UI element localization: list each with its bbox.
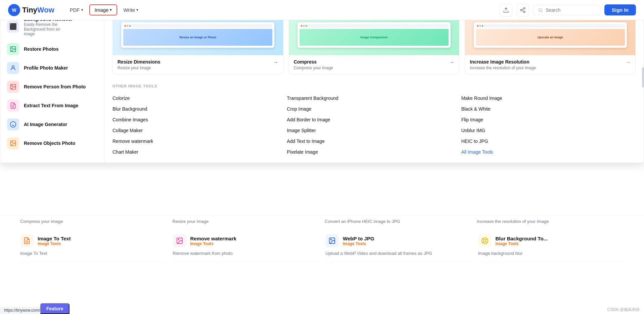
other-tools-col3: Make Round Image Black & White Flip Imag… [461, 93, 636, 157]
tool-unblur-img[interactable]: Unblur IMG [461, 125, 636, 136]
compress-arrow: → [449, 59, 454, 65]
chevron-down-icon: ▾ [81, 8, 83, 12]
mid-tool-resize: Resize your image [173, 219, 320, 224]
scrollbar[interactable] [642, 67, 644, 87]
image-to-text-icon [20, 234, 34, 247]
restore-photos-icon [7, 43, 19, 55]
csdn-watermark: CSDN @顿风和炸 [607, 307, 640, 313]
tool-image-splitter[interactable]: Image Splitter [287, 125, 461, 136]
remove-person-icon [7, 81, 19, 93]
header: W TinyWow PDF ▾ Image ▾ Write ▾ [0, 0, 644, 20]
svg-line-32 [482, 242, 484, 243]
tool-transparent-bg[interactable]: Transparent Background [287, 93, 461, 104]
bottom-card-blur-background[interactable]: Blur Background To... Image Tools Image … [478, 234, 624, 262]
sign-in-button[interactable]: Sign In [604, 4, 636, 15]
resize-card-img: Resize an Image or Photo [113, 15, 283, 55]
svg-line-29 [486, 242, 487, 243]
tool-pixelate[interactable]: Pixelate Image [287, 147, 461, 157]
remove-objects-icon [7, 137, 19, 149]
ai-image-generator-icon [7, 118, 19, 130]
featured-card-compress[interactable]: Image Compressor Compress → Compress you… [289, 14, 460, 75]
svg-point-6 [539, 8, 542, 11]
mid-tool-heic: Convert an iPhone HEIC image to JPG [325, 219, 472, 224]
bottom-section: Image To Text Image Tools Image To Text … [0, 227, 644, 268]
featured-tools-grid: Resize an Image or Photo Resize Dimensio… [112, 14, 636, 75]
svg-point-12 [12, 85, 13, 86]
svg-point-15 [10, 122, 16, 127]
tool-black-white[interactable]: Black & White [461, 104, 636, 114]
svg-line-7 [542, 11, 543, 12]
logo-text: TinyWow [22, 6, 54, 14]
svg-point-27 [484, 239, 486, 242]
resolution-arrow: → [625, 59, 631, 65]
tool-heic-to-jpg[interactable]: HEIC to JPG [461, 136, 636, 147]
svg-point-25 [330, 239, 331, 240]
tool-add-border[interactable]: Add Border to Image [287, 114, 461, 125]
tool-make-round[interactable]: Make Round Image [461, 93, 636, 104]
bottom-card-remove-watermark[interactable]: Remove watermark Image Tools Remove wate… [173, 234, 319, 262]
svg-point-10 [12, 66, 14, 68]
right-panel: FEATURED TOOLS Resize an Image or Photo [104, 0, 644, 163]
logo-icon: W [8, 4, 20, 16]
profile-photo-icon [7, 62, 19, 74]
featured-card-resolution[interactable]: Upscale an Image Increase Image Resoluti… [465, 14, 636, 75]
ai-tool-restore-photos[interactable]: Restore Photos [0, 40, 104, 58]
tool-add-text[interactable]: Add Text to Image [287, 136, 461, 147]
ai-tool-extract-text[interactable]: Extract Text From Image [0, 96, 104, 115]
other-tools-grid: Colorize Blur Background Combine Images … [112, 93, 636, 157]
svg-point-9 [12, 48, 13, 49]
tool-colorize[interactable]: Colorize [112, 93, 287, 104]
blur-background-icon [478, 234, 492, 247]
image-dropdown: AI TOOLS ⬛ Background Remover Easily Rem… [0, 0, 644, 163]
chevron-down-icon: ▾ [136, 8, 138, 12]
tool-flip-image[interactable]: Flip Image [461, 114, 636, 125]
svg-point-3 [523, 11, 525, 13]
other-tools-col1: Colorize Blur Background Combine Images … [112, 93, 287, 157]
svg-point-23 [178, 239, 179, 240]
header-actions: Sign In [500, 4, 636, 16]
mid-tool-compress: Compress your image [20, 219, 167, 224]
tool-collage-maker[interactable]: Collage Maker [112, 125, 287, 136]
bottom-tools-grid: Image To Text Image Tools Image To Text … [20, 234, 624, 262]
nav-image[interactable]: Image ▾ [89, 4, 118, 15]
svg-line-28 [482, 239, 484, 240]
featured-card-resize[interactable]: Resize an Image or Photo Resize Dimensio… [112, 14, 283, 75]
background-remover-icon: ⬛ [7, 21, 19, 33]
resolution-card-img: Upscale an Image [465, 15, 635, 55]
search-box[interactable] [533, 5, 600, 15]
upload-icon-btn[interactable] [500, 4, 512, 16]
chevron-down-icon: ▾ [110, 8, 112, 12]
logo[interactable]: W TinyWow [8, 4, 54, 16]
tool-combine-images[interactable]: Combine Images [112, 114, 287, 125]
share-icon-btn[interactable] [516, 4, 529, 16]
other-tools-col2: Transparent Background Crop Image Add Bo… [287, 93, 461, 157]
webp-to-jpg-icon [325, 234, 339, 247]
ai-tool-remove-objects[interactable]: Remove Objects Photo [0, 134, 104, 153]
nav-pdf[interactable]: PDF ▾ [65, 5, 88, 15]
ai-tool-profile-photo-maker[interactable]: Profile Photo Maker [0, 58, 104, 77]
feature-button[interactable]: Feature [40, 303, 70, 314]
tool-crop-image[interactable]: Crop Image [287, 104, 461, 114]
extract-text-icon [7, 100, 19, 112]
tool-remove-watermark[interactable]: Remove watermark [112, 136, 287, 147]
tool-chart-maker[interactable]: Chart Maker [112, 147, 287, 157]
search-icon [538, 7, 543, 13]
bottom-card-image-to-text[interactable]: Image To Text Image Tools Image To Text [20, 234, 166, 262]
bottom-card-webp-to-jpg[interactable]: WebP to JPG Image Tools Upload a WebP Vi… [325, 234, 471, 262]
ai-tool-image-generator[interactable]: AI Image Generator [0, 115, 104, 134]
svg-point-1 [523, 7, 525, 9]
mid-tool-increase: Increase the resolution of your image [477, 219, 624, 224]
ai-tool-remove-person[interactable]: Remove Person from Photo [0, 77, 104, 96]
compress-card-img: Image Compressor [289, 15, 459, 55]
svg-line-4 [522, 10, 523, 11]
tool-all-image-tools[interactable]: All Image Tools [461, 147, 636, 157]
svg-line-31 [486, 239, 487, 240]
svg-point-19 [12, 142, 13, 143]
remove-watermark-icon [173, 234, 186, 247]
nav-write[interactable]: Write ▾ [119, 5, 143, 15]
search-input[interactable] [546, 7, 595, 13]
mid-section: Compress your image Resize your image Co… [0, 215, 644, 227]
svg-line-5 [522, 8, 523, 9]
main-nav: PDF ▾ Image ▾ Write ▾ [65, 4, 143, 15]
tool-blur-background[interactable]: Blur Background [112, 104, 287, 114]
